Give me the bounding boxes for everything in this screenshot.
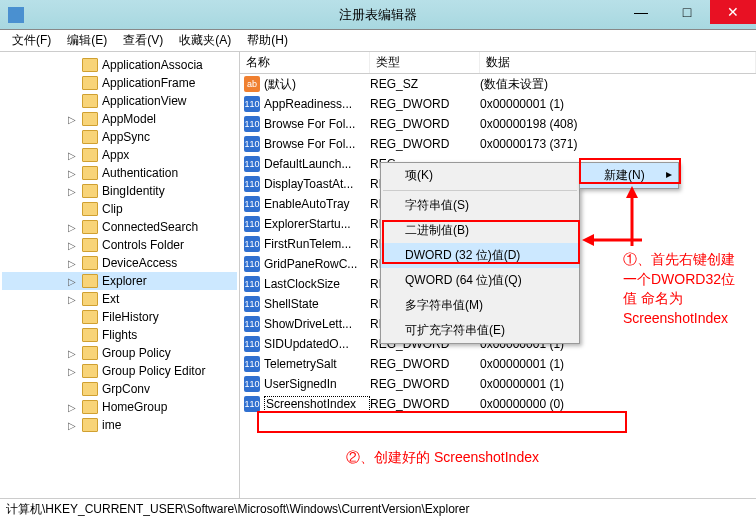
- value-name: UserSignedIn: [264, 377, 370, 391]
- value-data: (数值未设置): [480, 76, 756, 93]
- tree-item[interactable]: FileHistory: [2, 308, 237, 326]
- value-name: Browse For Fol...: [264, 117, 370, 131]
- list-row[interactable]: 110Browse For Fol...REG_DWORD0x00000198 …: [240, 114, 756, 134]
- ctx-new[interactable]: 新建(N)▸: [580, 163, 678, 188]
- expand-icon[interactable]: ▷: [66, 366, 78, 377]
- value-data: 0x00000001 (1): [480, 377, 756, 391]
- value-name: ScreenshotIndex: [264, 396, 370, 412]
- value-name: FirstRunTelem...: [264, 237, 370, 251]
- folder-icon: [82, 112, 98, 126]
- expand-icon[interactable]: ▷: [66, 420, 78, 431]
- value-icon: 110: [244, 316, 260, 332]
- tree-item[interactable]: ▷ConnectedSearch: [2, 218, 237, 236]
- value-type: REG_DWORD: [370, 397, 480, 411]
- chevron-right-icon: ▸: [666, 167, 672, 181]
- tree-item[interactable]: ▷Controls Folder: [2, 236, 237, 254]
- context-submenu: 项(K) 字符串值(S) 二进制值(B) DWORD (32 位)值(D) QW…: [380, 162, 580, 344]
- expand-icon[interactable]: ▷: [66, 258, 78, 269]
- expand-icon[interactable]: ▷: [66, 240, 78, 251]
- tree-label: Clip: [102, 202, 123, 216]
- maximize-button[interactable]: □: [664, 0, 710, 24]
- expand-icon[interactable]: ▷: [66, 402, 78, 413]
- value-icon: 110: [244, 256, 260, 272]
- menu-help[interactable]: 帮助(H): [239, 30, 296, 51]
- tree-item[interactable]: ▷DeviceAccess: [2, 254, 237, 272]
- tree-item[interactable]: ▷Appx: [2, 146, 237, 164]
- tree-label: ApplicationFrame: [102, 76, 195, 90]
- tree-item[interactable]: AppSync: [2, 128, 237, 146]
- tree-item[interactable]: ▷Group Policy Editor: [2, 362, 237, 380]
- col-data[interactable]: 数据: [480, 52, 756, 73]
- list-row[interactable]: ab(默认)REG_SZ(数值未设置): [240, 74, 756, 94]
- menu-view[interactable]: 查看(V): [115, 30, 171, 51]
- ctx-key[interactable]: 项(K): [381, 163, 579, 188]
- window-buttons: — □ ✕: [618, 0, 756, 24]
- tree-label: Ext: [102, 292, 119, 306]
- tree-item[interactable]: ▷Explorer: [2, 272, 237, 290]
- tree-item[interactable]: ▷ime: [2, 416, 237, 434]
- expand-icon[interactable]: ▷: [66, 222, 78, 233]
- value-icon: ab: [244, 76, 260, 92]
- tree-label: Group Policy: [102, 346, 171, 360]
- value-data: 0x00000000 (0): [480, 397, 756, 411]
- tree-item[interactable]: ▷Authentication: [2, 164, 237, 182]
- expand-icon[interactable]: ▷: [66, 294, 78, 305]
- value-icon: 110: [244, 376, 260, 392]
- expand-icon[interactable]: ▷: [66, 168, 78, 179]
- tree-label: AppSync: [102, 130, 150, 144]
- folder-icon: [82, 94, 98, 108]
- expand-icon[interactable]: ▷: [66, 150, 78, 161]
- menu-file[interactable]: 文件(F): [4, 30, 59, 51]
- expand-icon[interactable]: ▷: [66, 186, 78, 197]
- tree-item[interactable]: ▷Ext: [2, 290, 237, 308]
- tree-item[interactable]: Flights: [2, 326, 237, 344]
- list-row[interactable]: 110AppReadiness...REG_DWORD0x00000001 (1…: [240, 94, 756, 114]
- tree-panel[interactable]: ApplicationAssociaApplicationFrameApplic…: [0, 52, 240, 498]
- value-type: REG_DWORD: [370, 117, 480, 131]
- minimize-button[interactable]: —: [618, 0, 664, 24]
- expand-icon[interactable]: ▷: [66, 276, 78, 287]
- value-type: REG_DWORD: [370, 137, 480, 151]
- tree-item[interactable]: ▷HomeGroup: [2, 398, 237, 416]
- ctx-expand[interactable]: 可扩充字符串值(E): [381, 318, 579, 343]
- menu-fav[interactable]: 收藏夹(A): [171, 30, 239, 51]
- value-data: 0x00000173 (371): [480, 137, 756, 151]
- tree-item[interactable]: ApplicationFrame: [2, 74, 237, 92]
- list-row[interactable]: 110Browse For Fol...REG_DWORD0x00000173 …: [240, 134, 756, 154]
- expand-icon[interactable]: ▷: [66, 348, 78, 359]
- value-name: Browse For Fol...: [264, 137, 370, 151]
- tree-item[interactable]: Clip: [2, 200, 237, 218]
- window-title: 注册表编辑器: [339, 6, 417, 24]
- tree-label: Controls Folder: [102, 238, 184, 252]
- value-icon: 110: [244, 216, 260, 232]
- list-row[interactable]: 110UserSignedInREG_DWORD0x00000001 (1): [240, 374, 756, 394]
- value-name: EnableAutoTray: [264, 197, 370, 211]
- tree-item[interactable]: GrpConv: [2, 380, 237, 398]
- ctx-dword[interactable]: DWORD (32 位)值(D): [381, 243, 579, 268]
- menu-edit[interactable]: 编辑(E): [59, 30, 115, 51]
- ctx-qword[interactable]: QWORD (64 位)值(Q): [381, 268, 579, 293]
- ctx-multi[interactable]: 多字符串值(M): [381, 293, 579, 318]
- tree-item[interactable]: ▷AppModel: [2, 110, 237, 128]
- value-icon: 110: [244, 96, 260, 112]
- value-icon: 110: [244, 356, 260, 372]
- tree-item[interactable]: ▷BingIdentity: [2, 182, 237, 200]
- list-row[interactable]: 110ScreenshotIndexREG_DWORD0x00000000 (0…: [240, 394, 756, 414]
- ctx-binary[interactable]: 二进制值(B): [381, 218, 579, 243]
- close-button[interactable]: ✕: [710, 0, 756, 24]
- col-name[interactable]: 名称: [240, 52, 370, 73]
- value-data: 0x00000001 (1): [480, 97, 756, 111]
- tree-item[interactable]: ApplicationView: [2, 92, 237, 110]
- ctx-string[interactable]: 字符串值(S): [381, 193, 579, 218]
- list-row[interactable]: 110TelemetrySaltREG_DWORD0x00000001 (1): [240, 354, 756, 374]
- folder-icon: [82, 382, 98, 396]
- tree-label: BingIdentity: [102, 184, 165, 198]
- tree-label: Authentication: [102, 166, 178, 180]
- tree-item[interactable]: ApplicationAssocia: [2, 56, 237, 74]
- expand-icon[interactable]: ▷: [66, 114, 78, 125]
- list-header: 名称 类型 数据: [240, 52, 756, 74]
- value-icon: 110: [244, 336, 260, 352]
- col-type[interactable]: 类型: [370, 52, 480, 73]
- tree-label: ConnectedSearch: [102, 220, 198, 234]
- tree-item[interactable]: ▷Group Policy: [2, 344, 237, 362]
